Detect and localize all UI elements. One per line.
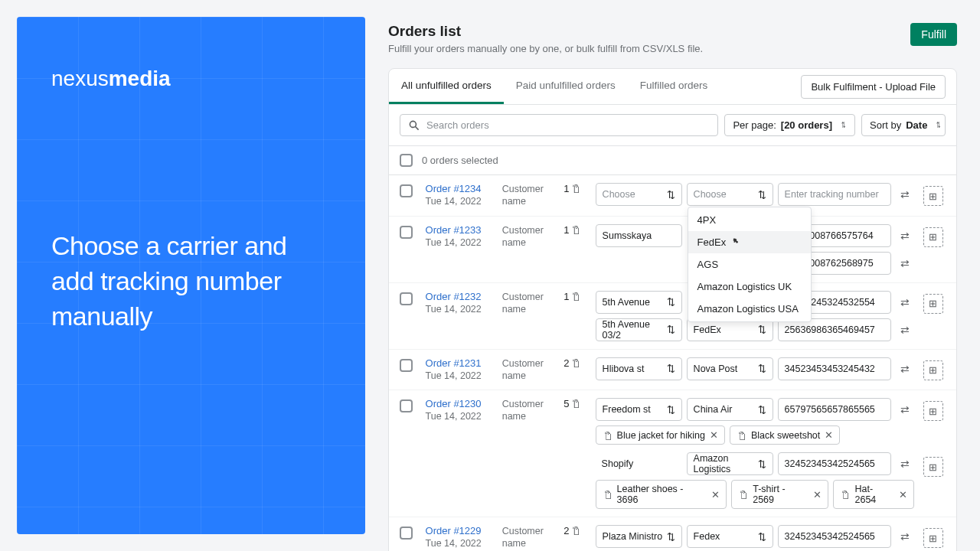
main-content: Orders list Fulfill your orders manually…: [365, 0, 980, 551]
tag-remove[interactable]: ✕: [813, 489, 822, 500]
order-date: Tue 14, 2022: [426, 370, 493, 381]
bulk-upload-button[interactable]: Bulk Fulfilment - Upload File: [801, 75, 946, 99]
customer-name: Customer name: [502, 525, 555, 550]
order-link[interactable]: Order #1231: [426, 357, 493, 369]
location-select[interactable]: Choose⇅: [596, 183, 682, 206]
tab-all-unfulfilled[interactable]: All unfulfilled orders: [389, 69, 504, 104]
add-line-button[interactable]: ⊞: [923, 294, 943, 314]
add-line-button[interactable]: ⊞: [923, 457, 943, 477]
row-checkbox[interactable]: [400, 292, 413, 305]
fulfill-button[interactable]: Fulfill: [910, 23, 957, 46]
carrier-select[interactable]: Nova Post⇅: [687, 357, 773, 380]
location-select[interactable]: 5th Avenue 03/2⇅: [596, 318, 682, 341]
location-select[interactable]: Sumsskaya: [596, 224, 682, 247]
search-field[interactable]: [400, 114, 718, 136]
swap-icon[interactable]: ⇄: [896, 398, 914, 421]
swap-icon[interactable]: ⇄: [896, 224, 914, 247]
customer-name: Customer name: [502, 224, 555, 249]
location-select[interactable]: Freedom st⇅: [596, 398, 682, 421]
order-link[interactable]: Order #1233: [426, 224, 493, 236]
select-all-checkbox[interactable]: [400, 154, 413, 167]
swap-icon[interactable]: ⇄: [896, 291, 914, 314]
tag-icon: 🏷: [570, 292, 582, 302]
order-row: Order #1229 Tue 14, 2022 Customer name 2…: [389, 517, 956, 551]
tag-icon: 🏷: [570, 399, 582, 409]
tag-remove[interactable]: ✕: [899, 489, 907, 500]
promo-panel: nexusmedia Choose a carrier and add trac…: [17, 17, 365, 534]
product-tag: 🏷Black sweetshot✕: [730, 425, 840, 445]
swap-icon[interactable]: ⇄: [896, 183, 914, 206]
row-checkbox[interactable]: [400, 226, 413, 239]
tracking-input[interactable]: 34523453453245432: [778, 357, 891, 380]
product-tag: 🏷Blue jacket for hiking✕: [596, 425, 725, 445]
order-link[interactable]: Order #1232: [426, 291, 493, 302]
tab-fulfilled[interactable]: Fulfilled orders: [628, 69, 720, 104]
order-date: Tue 14, 2022: [426, 237, 493, 248]
tracking-input[interactable]: 32452345342524565: [778, 452, 891, 475]
swap-icon[interactable]: ⇄: [896, 252, 914, 275]
search-input[interactable]: [426, 119, 710, 131]
product-tag: 🏷Leather shoes - 3696✕: [596, 480, 727, 509]
page-title: Orders list: [388, 23, 703, 40]
tag-icon: 🏷: [570, 358, 582, 368]
list-header: 0 orders selected: [389, 146, 956, 175]
tracking-input[interactable]: 32452345342524565: [778, 525, 891, 548]
dropdown-item[interactable]: Amazon Logistics USA: [688, 298, 811, 320]
dropdown-item[interactable]: AGS: [688, 253, 811, 276]
customer-name: Customer name: [502, 291, 555, 316]
carrier-select[interactable]: Choose⇅ 4PX FedEx AGS Amazon Logistics U…: [687, 183, 773, 206]
customer-name: Customer name: [502, 398, 555, 423]
location-select[interactable]: 5th Avenue⇅: [596, 291, 682, 314]
dropdown-item[interactable]: FedEx: [688, 231, 811, 253]
add-line-button[interactable]: ⊞: [923, 186, 943, 206]
order-link[interactable]: Order #1230: [426, 398, 493, 409]
order-row: Order #1230 Tue 14, 2022 Customer name 5…: [389, 390, 956, 517]
swap-icon[interactable]: ⇄: [896, 452, 914, 475]
page-subtitle: Fulfill your orders manually one by one,…: [388, 43, 703, 54]
sort-select[interactable]: Sort by Date: [861, 114, 946, 136]
order-date: Tue 14, 2022: [426, 411, 493, 422]
carrier-select[interactable]: China Air⇅: [687, 398, 773, 421]
row-checkbox[interactable]: [400, 359, 413, 372]
tag-remove[interactable]: ✕: [710, 429, 718, 441]
customer-name: Customer name: [502, 357, 555, 383]
store-label: Shopify: [596, 452, 682, 475]
order-row: Order #1232 Tue 14, 2022 Customer name 1…: [389, 283, 956, 350]
swap-icon[interactable]: ⇄: [896, 525, 914, 548]
order-date: Tue 14, 2022: [426, 196, 493, 207]
carrier-select[interactable]: Fedex⇅: [687, 525, 773, 548]
order-row: Order #1233 Tue 14, 2022 Customer name 1…: [389, 217, 956, 283]
add-line-button[interactable]: ⊞: [923, 528, 943, 548]
customer-name: Customer name: [502, 183, 555, 208]
order-date: Tue 14, 2022: [426, 304, 493, 315]
row-checkbox[interactable]: [400, 184, 413, 197]
cursor-icon: [730, 237, 741, 248]
order-link[interactable]: Order #1229: [426, 525, 493, 536]
tabs: All unfulfilled orders Paid unfulfilled …: [389, 69, 720, 104]
per-page-select[interactable]: Per page: [20 orders]: [724, 114, 855, 136]
tag-remove[interactable]: ✕: [825, 429, 833, 441]
location-select[interactable]: Hlibova st⇅: [596, 357, 682, 380]
location-select[interactable]: Plaza Ministro⇅: [596, 525, 682, 548]
row-checkbox[interactable]: [400, 527, 413, 540]
dropdown-item[interactable]: 4PX: [688, 209, 811, 231]
swap-icon[interactable]: ⇄: [896, 318, 914, 341]
add-line-button[interactable]: ⊞: [923, 227, 943, 247]
product-tag: 🏷T-shirt - 2569✕: [731, 480, 828, 509]
order-date: Tue 14, 2022: [426, 538, 493, 549]
carrier-dropdown: 4PX FedEx AGS Amazon Logistics UK Amazon…: [688, 207, 812, 322]
add-line-button[interactable]: ⊞: [923, 360, 943, 380]
row-checkbox[interactable]: [400, 399, 413, 412]
tracking-input[interactable]: 65797565657865565: [778, 398, 891, 421]
brand-part2: media: [109, 67, 171, 90]
promo-text: Choose a carrier and add tracking number…: [51, 229, 331, 334]
order-link[interactable]: Order #1234: [426, 183, 493, 194]
tracking-input[interactable]: Enter tracking number: [778, 183, 891, 206]
tag-remove[interactable]: ✕: [711, 489, 720, 500]
add-line-button[interactable]: ⊞: [923, 401, 943, 421]
tab-paid-unfulfilled[interactable]: Paid unfulfilled orders: [504, 69, 628, 104]
selected-count: 0 orders selected: [422, 155, 498, 166]
dropdown-item[interactable]: Amazon Logistics UK: [688, 276, 811, 298]
swap-icon[interactable]: ⇄: [896, 357, 914, 380]
carrier-select[interactable]: Amazon Logistics⇅: [687, 452, 773, 475]
